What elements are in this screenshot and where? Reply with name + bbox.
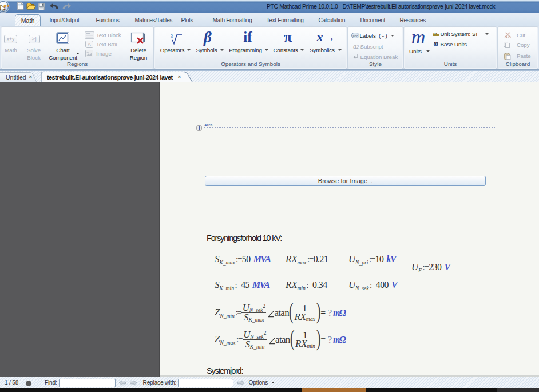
svg-text:A: A [88, 41, 92, 47]
svg-text:abc: abc [352, 34, 358, 38]
svg-text:3: 3 [171, 34, 173, 39]
